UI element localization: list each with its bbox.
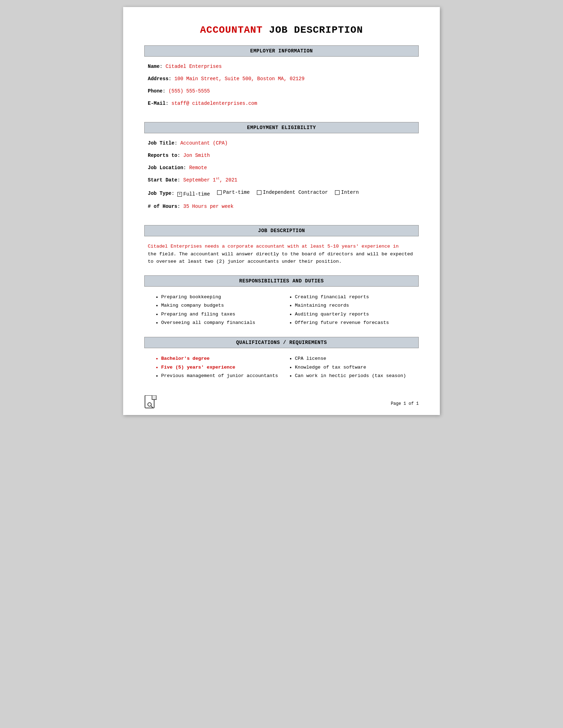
job-desc-text: Citadel Enterprises needs a corporate ac… (144, 243, 419, 272)
job-title-value: Accountant (CPA) (180, 140, 227, 146)
reports-to-field: Reports to: Jon Smith (148, 152, 415, 159)
qualifications-right-list: CPA license Knowledge of tax software Ca… (289, 355, 415, 380)
list-item: Preparing and filing taxes (161, 310, 282, 319)
svg-rect-2 (152, 395, 156, 400)
start-date-field: Start Date: September 1st, 2021 (148, 177, 415, 184)
responsibilities-header: RESPONSIBILITIES AND DUTIES (144, 275, 419, 287)
responsibilities-left-list: Preparing bookkeeping Making company bud… (155, 293, 282, 327)
start-date-label: Start Date (148, 177, 177, 183)
checkbox-fulltime: Full-time (177, 191, 210, 198)
name-value: Citadel Enterprises (165, 64, 222, 69)
responsibilities-left-col: Preparing bookkeeping Making company bud… (148, 293, 282, 327)
checkbox-fulltime-label: Full-time (183, 191, 210, 198)
checkbox-contractor-box (257, 190, 261, 195)
checkbox-intern-label: Intern (341, 189, 359, 196)
responsibilities-list: Preparing bookkeeping Making company bud… (144, 293, 419, 333)
qualifications-left-list: Bachelor's degree Five (5) years' experi… (155, 355, 282, 380)
reports-to-label: Reports to (148, 153, 177, 158)
list-item: Bachelor's degree (161, 355, 282, 363)
checkbox-contractor-label: Independent Contractor (263, 189, 328, 196)
list-item: Auditing quarterly reports (295, 310, 415, 319)
phone-field: Phone: (555) 555-5555 (148, 88, 415, 95)
checkbox-parttime: Part-time (217, 189, 250, 196)
job-desc-black: the field. The accountant will answer di… (148, 251, 413, 264)
responsibilities-section: RESPONSIBILITIES AND DUTIES Preparing bo… (144, 275, 419, 333)
hours-field: # of Hours: 35 Hours per week (148, 203, 415, 210)
checkbox-contractor: Independent Contractor (257, 189, 328, 196)
job-desc-section: JOB DESCRIPTION Citadel Enterprises need… (144, 225, 419, 272)
job-location-label: Job Location (148, 165, 183, 171)
responsibilities-right-list: Creating financial reports Maintaining r… (289, 293, 415, 327)
qualifications-right-col: CPA license Knowledge of tax software Ca… (282, 355, 415, 380)
email-label: E-Mail (148, 101, 165, 106)
list-item: Maintaining records (295, 301, 415, 310)
job-desc-header: JOB DESCRIPTION (144, 225, 419, 236)
list-item: Preparing bookkeeping (161, 293, 282, 301)
list-item: Creating financial reports (295, 293, 415, 301)
employer-content: Name: Citadel Enterprises Address: 100 M… (144, 63, 419, 119)
job-desc-red: Citadel Enterprises needs a corporate ac… (148, 244, 399, 249)
list-item: Five (5) years' experience (161, 363, 282, 372)
checkbox-intern: Intern (335, 189, 359, 196)
job-title-field: Job Title: Accountant (CPA) (148, 140, 415, 147)
address-field: Address: 100 Main Street, Suite 500, Bos… (148, 75, 415, 83)
employer-header: EMPLOYER INFORMATION (144, 45, 419, 57)
eligibility-header: EMPLOYMENT ELIGIBILITY (144, 122, 419, 133)
page-number: Page 1 of 1 (391, 401, 419, 406)
list-item: Offering future revenue forecasts (295, 319, 415, 327)
footer-page: Page 1 of 1 (391, 401, 419, 406)
job-type-label: Job Type (148, 191, 171, 196)
page-title: ACCOUNTANT JOB DESCRIPTION (144, 25, 419, 36)
job-title-label: Job Title (148, 140, 175, 146)
hours-label: # of Hours (148, 204, 177, 209)
address-value: 100 Main Street, Suite 500, Boston MA, 0… (175, 76, 305, 82)
job-location-field: Job Location: Remote (148, 164, 415, 172)
email-value: staff@ citadelenterprises.com (171, 101, 257, 106)
title-red: ACCOUNTANT (200, 25, 263, 36)
document-page: ACCOUNTANT JOB DESCRIPTION EMPLOYER INFO… (123, 7, 440, 415)
qualifications-left-col: Bachelor's degree Five (5) years' experi… (148, 355, 282, 380)
job-type-field: Job Type: Full-time Part-time Independen… (148, 189, 415, 198)
svg-line-4 (151, 406, 153, 408)
footer-icon (144, 395, 157, 408)
email-field: E-Mail: staff@ citadelenterprises.com (148, 100, 415, 107)
list-item: Making company budgets (161, 301, 282, 310)
qualifications-header: QUALIFICATIONS / REQUIREMENTS (144, 337, 419, 348)
address-label: Address (148, 76, 169, 82)
employer-section: EMPLOYER INFORMATION Name: Citadel Enter… (144, 45, 419, 119)
list-item: Knowledge of tax software (295, 363, 415, 372)
list-item: Can work in hectic periods (tax season) (295, 372, 415, 380)
eligibility-content: Job Title: Accountant (CPA) Reports to: … (144, 140, 419, 222)
qualifications-section: QUALIFICATIONS / REQUIREMENTS Bachelor's… (144, 337, 419, 387)
phone-value: (555) 555-5555 (169, 88, 210, 94)
list-item: Previous management of junior accountant… (161, 372, 282, 380)
reports-to-value: Jon Smith (183, 153, 210, 158)
qualifications-list: Bachelor's degree Five (5) years' experi… (144, 355, 419, 387)
eligibility-section: EMPLOYMENT ELIGIBILITY Job Title: Accoun… (144, 122, 419, 222)
start-date-value: September 1st, 2021 (183, 177, 238, 183)
title-black: JOB DESCRIPTION (263, 25, 363, 36)
phone-label: Phone (148, 88, 163, 94)
hours-value: 35 Hours per week (183, 204, 234, 209)
name-field: Name: Citadel Enterprises (148, 63, 415, 70)
checkbox-fulltime-box (177, 192, 182, 197)
list-item: CPA license (295, 355, 415, 363)
checkbox-intern-box (335, 190, 340, 195)
list-item: Overseeing all company financials (161, 319, 282, 327)
checkbox-parttime-box (217, 190, 222, 195)
job-location-value: Remote (189, 165, 207, 171)
checkbox-parttime-label: Part-time (223, 189, 250, 196)
name-label: Name (148, 64, 160, 69)
responsibilities-right-col: Creating financial reports Maintaining r… (282, 293, 415, 327)
